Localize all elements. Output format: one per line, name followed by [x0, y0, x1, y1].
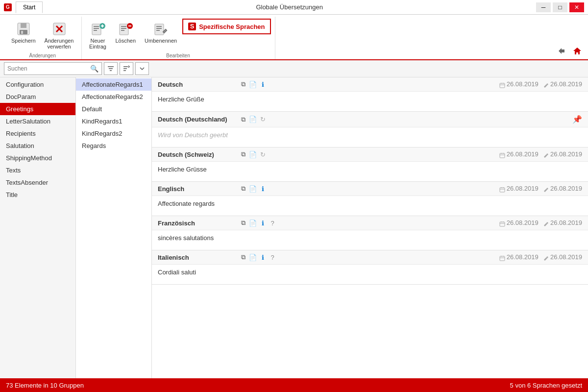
lang-section-deutsch-deutschland: Deutsch (Deutschland) ⧉ 📄 ↻ 📌 Wird von D…	[152, 112, 588, 147]
lang-content-deutsch[interactable]: Herzliche Grüße	[152, 92, 588, 111]
refresh-icon-deutsch-deutschland[interactable]: ↻	[259, 116, 267, 123]
question-icon-italienisch[interactable]: ?	[269, 253, 276, 261]
lang-name-deutsch-schweiz: Deutsch (Schweiz)	[158, 151, 236, 158]
lang-name-franzoesisch: Französisch	[158, 220, 236, 227]
nav-bar: 🔍	[0, 60, 588, 77]
sidebar-item-textsabsender[interactable]: TextsAbsender	[0, 176, 75, 189]
home-nav-button[interactable]	[570, 45, 584, 57]
discard-button[interactable]: Änderungen verwerfen	[41, 19, 77, 52]
info-icon-italienisch[interactable]: ℹ	[259, 253, 267, 261]
lang-header-italienisch: Italienisch ⧉ 📄 ℹ ? 26.08.2019 26.08.201…	[152, 250, 588, 265]
lang-content-englisch[interactable]: Affectionate regards	[152, 196, 588, 216]
sidebar-item-title[interactable]: Title	[0, 189, 75, 201]
file-icon-italienisch[interactable]: 📄	[249, 253, 257, 261]
file-icon-franzoesisch[interactable]: 📄	[249, 219, 257, 227]
lang-date-italienisch: 26.08.2019 26.08.2019	[499, 253, 582, 261]
search-input[interactable]	[7, 65, 88, 72]
start-tab[interactable]: Start	[16, 1, 43, 13]
expand-icon	[139, 65, 146, 72]
copy-icon-deutsch[interactable]: ⧉	[239, 80, 247, 88]
question-icon-franzoesisch[interactable]: ?	[269, 219, 276, 227]
ribbon-group-aenderungen-label: Änderungen	[8, 53, 77, 58]
lang-content-deutsch-schweiz[interactable]: Herzliche Grüsse	[152, 162, 588, 181]
specific-languages-icon: S	[188, 23, 196, 30]
minimize-button[interactable]: ─	[536, 2, 551, 12]
copy-icon-englisch[interactable]: ⧉	[239, 185, 247, 193]
calendar-icon-schweiz	[499, 152, 505, 158]
title-bar: G Start Globale Übersetzungen ─ □ ✕	[0, 0, 588, 15]
svg-rect-37	[500, 153, 505, 158]
entry-item-affectionateregards1[interactable]: AffectionateRegards1	[76, 78, 151, 91]
lang-name-englisch: Englisch	[158, 185, 236, 193]
info-icon-englisch[interactable]: ℹ	[259, 185, 267, 193]
filter-icon	[107, 65, 114, 72]
lang-header-deutsch: Deutsch ⧉ 📄 ℹ 26.08.2019 26.08.2019	[152, 77, 588, 92]
sidebar-item-configuration[interactable]: Configuration	[0, 78, 75, 91]
file-icon-englisch[interactable]: 📄	[249, 185, 257, 193]
calendar-icon-italienisch	[499, 255, 505, 261]
specific-languages-button[interactable]: S Spezifische Sprachen	[182, 19, 270, 34]
entry-item-regards[interactable]: Regards	[76, 140, 151, 152]
search-icon: 🔍	[90, 65, 98, 73]
lang-section-italienisch: Italienisch ⧉ 📄 ℹ ? 26.08.2019 26.08.201…	[152, 250, 588, 285]
lang-content-italienisch[interactable]: Cordiali saluti	[152, 265, 588, 284]
lang-icons-franzoesisch: ⧉ 📄 ℹ ?	[239, 219, 276, 227]
lang-content-deutsch-deutschland[interactable]: Wird von Deutsch geerbt	[152, 127, 588, 147]
lang-header-englisch: Englisch ⧉ 📄 ℹ 26.08.2019 26.08.2019	[152, 182, 588, 196]
sidebar-item-recipients[interactable]: Recipients	[0, 127, 75, 140]
svg-rect-33	[500, 83, 505, 88]
pin-icon-deutsch-deutschland[interactable]: 📌	[572, 115, 582, 124]
title-bar-left: G Start	[4, 1, 43, 13]
copy-icon-deutsch-deutschland[interactable]: ⧉	[239, 116, 247, 123]
delete-icon	[118, 21, 133, 37]
edit-icon-italienisch	[543, 255, 549, 261]
copy-icon-deutsch-schweiz[interactable]: ⧉	[239, 150, 247, 158]
sidebar-item-salutation[interactable]: Salutation	[0, 140, 75, 152]
close-button[interactable]: ✕	[569, 2, 584, 12]
right-panel: Deutsch ⧉ 📄 ℹ 26.08.2019 26.08.2019 Herz…	[152, 77, 588, 378]
nav-icons	[555, 17, 584, 59]
sort-button[interactable]	[120, 62, 133, 75]
save-button[interactable]: Speichern	[8, 19, 39, 46]
back-nav-button[interactable]	[555, 45, 568, 57]
sidebar-item-docparam[interactable]: DocParam	[0, 91, 75, 103]
ribbon-groups: Speichern Änderungen verwerfen Änderunge…	[4, 17, 584, 59]
filter-button[interactable]	[104, 62, 118, 75]
sidebar-item-lettersalutation[interactable]: LetterSalutation	[0, 115, 75, 127]
sidebar: Configuration DocParam Greetings LetterS…	[0, 77, 76, 378]
copy-icon-franzoesisch[interactable]: ⧉	[239, 219, 247, 227]
maximize-button[interactable]: □	[553, 2, 567, 12]
refresh-icon-deutsch-schweiz[interactable]: ↻	[259, 150, 267, 158]
rename-button[interactable]: Umbenennen	[141, 19, 180, 46]
edit-icon-englisch	[543, 187, 549, 193]
delete-button[interactable]: Löschen	[112, 19, 140, 46]
sidebar-item-greetings[interactable]: Greetings	[0, 103, 75, 115]
calendar-icon-deutsch	[499, 82, 505, 88]
sidebar-item-texts[interactable]: Texts	[0, 164, 75, 176]
back-icon	[557, 46, 566, 56]
lang-content-franzoesisch[interactable]: sincères salutations	[152, 230, 588, 250]
new-entry-button[interactable]: Neuer Eintrag	[86, 19, 110, 52]
copy-icon-italienisch[interactable]: ⧉	[239, 253, 247, 261]
info-icon-franzoesisch[interactable]: ℹ	[259, 219, 267, 227]
entry-item-kindregards2[interactable]: KindRegards2	[76, 127, 151, 140]
entry-item-kindregards1[interactable]: KindRegards1	[76, 115, 151, 127]
save-label: Speichern	[11, 38, 36, 44]
sidebar-item-shippingmethod[interactable]: ShippingMethod	[0, 152, 75, 164]
entry-list: AffectionateRegards1 AffectionateRegards…	[76, 77, 152, 378]
edit-icon-schweiz	[543, 152, 549, 158]
file-icon-deutsch[interactable]: 📄	[249, 80, 257, 88]
app-logo: G	[4, 3, 12, 11]
search-box[interactable]: 🔍	[4, 62, 102, 75]
window-title: Globale Übersetzungen	[43, 3, 536, 11]
lang-name-deutsch-deutschland: Deutsch (Deutschland)	[158, 116, 236, 123]
info-icon-deutsch[interactable]: ℹ	[259, 80, 267, 88]
entry-item-default[interactable]: Default	[76, 103, 151, 115]
lang-section-franzoesisch: Französisch ⧉ 📄 ℹ ? 26.08.2019 26.08.201…	[152, 216, 588, 250]
entry-item-affectionateregards2[interactable]: AffectionateRegards2	[76, 91, 151, 103]
home-icon	[572, 46, 582, 56]
file-icon-deutsch-deutschland[interactable]: 📄	[249, 116, 257, 123]
expand-button[interactable]	[135, 62, 149, 75]
ribbon-group-aenderungen: Speichern Änderungen verwerfen Änderunge…	[4, 17, 82, 59]
file-icon-deutsch-schweiz[interactable]: 📄	[249, 150, 257, 158]
